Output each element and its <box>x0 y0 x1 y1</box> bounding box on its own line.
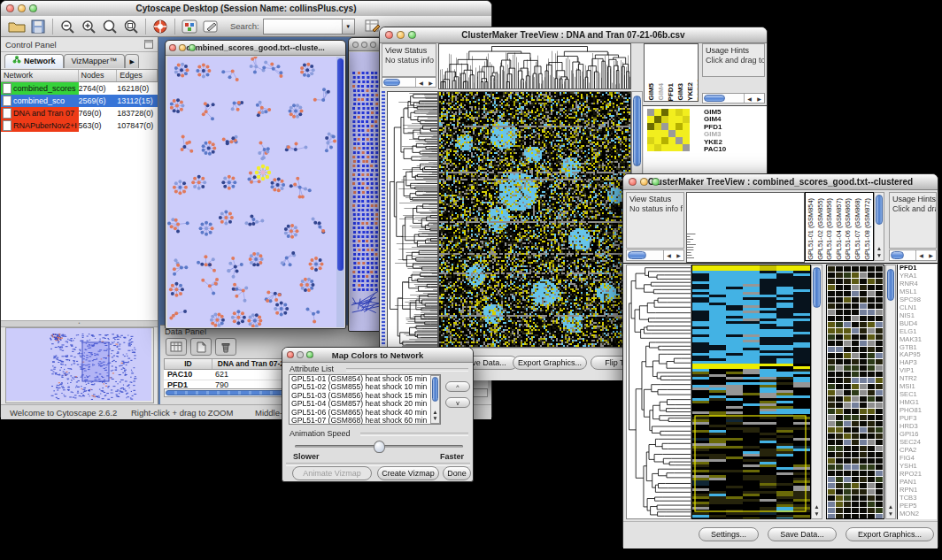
done-button[interactable]: Done <box>443 466 471 480</box>
new-attribute-icon[interactable] <box>190 338 212 356</box>
export-graphics-button[interactable]: Export Graphics... <box>513 356 587 370</box>
treeview2-status-scrollbar[interactable] <box>626 249 684 261</box>
settings-button[interactable]: Settings... <box>699 527 759 541</box>
treeview2-gene-scrollbar[interactable] <box>885 265 896 519</box>
column-label[interactable]: GIM5 <box>647 83 656 101</box>
column-label[interactable]: GPL51-04 (GSM857) <box>835 198 845 260</box>
column-label[interactable]: GPL51-03 (GSM856) <box>825 198 835 260</box>
treeview2-collabel-scrollbar[interactable] <box>874 192 884 261</box>
col-network[interactable]: Network <box>1 70 79 81</box>
attribute-item[interactable]: GPL51-07 (GSM868) heat shock 60 min <box>290 417 440 425</box>
network-vscroll-thumb[interactable] <box>337 58 344 271</box>
attribute-list-scrollbar[interactable] <box>430 375 440 424</box>
delete-attribute-trash-icon[interactable] <box>215 338 236 356</box>
treeview2-row-dendrogram[interactable] <box>626 265 691 519</box>
column-label[interactable]: GPL51-08 (GSM872) <box>863 198 873 260</box>
search-dropdown-icon[interactable] <box>343 19 355 35</box>
network-row[interactable]: combined_scores 2764(0) 16218(0) <box>1 82 158 95</box>
column-label[interactable]: GPL51-02 (GSM855) <box>816 198 826 260</box>
column-label[interactable]: GIM3 <box>676 83 685 101</box>
vscroll-thumb[interactable] <box>633 96 641 166</box>
zoom-out-icon[interactable] <box>57 18 78 35</box>
treeview2-heatmap[interactable] <box>691 265 811 519</box>
vscroll-thumb[interactable] <box>813 267 821 308</box>
zoom-window-icon[interactable] <box>306 351 313 358</box>
close-icon[interactable] <box>287 351 294 358</box>
zoom-in-icon[interactable] <box>78 18 99 35</box>
dense-grid-network-canvas[interactable] <box>350 52 382 331</box>
network-window-title-bar[interactable]: combined_scores_good.txt--cluste... <box>166 41 345 56</box>
treeview1-usage-scrollbar[interactable] <box>702 93 765 104</box>
scroll-up-icon[interactable] <box>812 503 822 510</box>
minimize-icon[interactable] <box>179 44 186 51</box>
scroll-right-icon[interactable] <box>754 94 764 103</box>
scroll-left-icon[interactable] <box>664 250 674 260</box>
scroll-left-icon[interactable] <box>916 250 926 260</box>
panel-splitter[interactable]: • <box>1 320 158 327</box>
column-label[interactable]: GPL51-06 (GSM865) <box>844 198 853 260</box>
export-graphics-button[interactable]: Export Graphics... <box>845 527 934 541</box>
column-label[interactable]: YKE2 <box>686 82 695 101</box>
zoom-fit-icon[interactable] <box>99 18 120 35</box>
close-icon[interactable] <box>6 4 14 12</box>
birdseye-view[interactable] <box>5 327 154 403</box>
treeview1-column-dendrogram[interactable] <box>438 43 631 89</box>
minimize-icon[interactable] <box>18 4 26 12</box>
scroll-up-icon[interactable] <box>875 245 884 252</box>
save-data-button[interactable]: Save Data... <box>768 527 837 541</box>
scroll-left-icon[interactable] <box>416 78 426 87</box>
vscroll-thumb[interactable] <box>887 269 894 301</box>
scroll-down-icon[interactable] <box>875 252 884 259</box>
network-row[interactable]: combined_sco 2569(6) 13112(15) <box>1 95 158 107</box>
network-vscrollbar[interactable] <box>336 57 344 327</box>
network-graph-canvas[interactable] <box>167 57 337 327</box>
zoom-window-icon[interactable] <box>652 178 660 186</box>
zoom-window-icon[interactable] <box>29 4 37 12</box>
scroll-down-icon[interactable] <box>886 510 895 518</box>
create-vizmap-button[interactable]: Create Vizmap <box>377 466 439 480</box>
search-input[interactable] <box>263 19 343 35</box>
treeview2-vscrollbar[interactable] <box>811 265 822 519</box>
scroll-down-icon[interactable] <box>812 510 822 518</box>
treeview2-column-tree-area[interactable] <box>686 192 805 263</box>
column-label[interactable]: GIM4 <box>657 83 666 101</box>
treeview1-status-scrollbar[interactable] <box>382 77 436 88</box>
zoom-window-icon[interactable] <box>408 31 416 39</box>
main-title-bar[interactable]: Cytoscape Desktop (Session Name: collins… <box>1 1 491 17</box>
close-icon[interactable] <box>352 42 359 48</box>
tab-overflow-icon[interactable] <box>125 54 138 68</box>
treeview1-zoom-heatmap[interactable] <box>647 109 690 151</box>
minimize-icon[interactable] <box>361 42 367 48</box>
annotation-icon[interactable] <box>200 18 221 35</box>
column-label[interactable]: PAC10 <box>696 79 699 101</box>
minimize-icon[interactable] <box>297 351 304 358</box>
scroll-right-icon[interactable] <box>926 250 936 260</box>
network-row[interactable]: RNAPuberNov2+I 563(0) 107847(0) <box>1 119 158 132</box>
background-network-window[interactable] <box>348 37 383 332</box>
zoom-selected-icon[interactable] <box>120 18 142 35</box>
hscroll-thumb[interactable] <box>383 79 400 86</box>
float-panel-icon[interactable] <box>144 36 153 52</box>
node-attributes-icon[interactable] <box>179 18 200 35</box>
treeview2-usage-scrollbar[interactable] <box>889 249 937 261</box>
background-window-title-bar[interactable] <box>349 38 382 51</box>
treeview1-title-bar[interactable]: ClusterMaker TreeView : DNA and Tran 07-… <box>380 27 767 43</box>
gene-label[interactable]: MON2 <box>898 510 937 518</box>
zoom-window-icon[interactable] <box>189 44 196 51</box>
scroll-right-icon[interactable] <box>674 250 683 260</box>
select-attributes-icon[interactable] <box>166 338 187 356</box>
minimize-icon[interactable] <box>640 178 648 186</box>
tab-vizmapper[interactable]: VizMapper™ <box>64 54 126 68</box>
speed-slider[interactable] <box>295 445 463 448</box>
birdseye-canvas[interactable] <box>6 328 151 401</box>
tab-network[interactable]: Network <box>4 54 64 68</box>
zoom-window-icon[interactable] <box>370 42 376 48</box>
close-icon[interactable] <box>629 178 637 186</box>
minimize-icon[interactable] <box>397 31 405 39</box>
hscroll-thumb[interactable] <box>704 95 725 102</box>
scroll-up-icon[interactable] <box>886 503 895 510</box>
treeview1-row-dendrogram[interactable] <box>387 91 438 348</box>
animate-vizmap-button[interactable]: Animate Vizmap <box>292 466 372 480</box>
network-row[interactable]: DNA and Tran 07 769(0) 183728(0) <box>1 107 158 119</box>
column-label[interactable]: GPL51-07 (GSM868) <box>853 198 863 260</box>
